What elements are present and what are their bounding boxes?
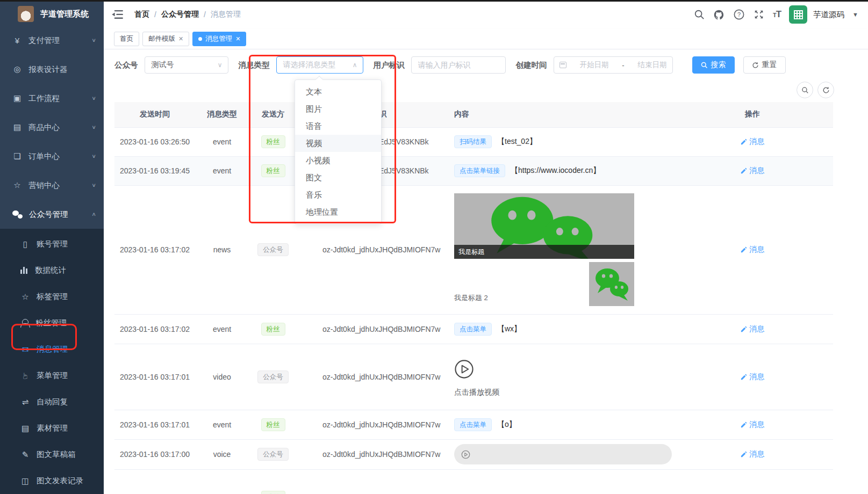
- account-label: 公众号: [114, 60, 138, 70]
- sidebar-item-tag-mgmt[interactable]: ☆ 标签管理: [0, 284, 104, 310]
- avatar[interactable]: [789, 5, 807, 24]
- end-date-placeholder: 结束日期: [637, 60, 666, 70]
- sidebar-item-payment[interactable]: ¥ 支付管理 ∨: [0, 26, 104, 55]
- sender-badge: 粉丝: [261, 135, 285, 148]
- caret-down-icon[interactable]: ▼: [852, 11, 858, 18]
- sidebar-item-material-mgmt[interactable]: ▤ 素材管理: [0, 415, 104, 441]
- sidebar-item-report-designer[interactable]: ◎ 报表设计器: [0, 55, 104, 84]
- start-date-placeholder: 开始日期: [579, 60, 608, 70]
- reset-button[interactable]: 重置: [743, 56, 786, 74]
- github-icon[interactable]: [713, 9, 725, 20]
- option-video[interactable]: 视频: [295, 135, 381, 152]
- edit-icon: [741, 168, 747, 174]
- calendar-icon: [559, 62, 566, 68]
- sidebar-item-marketing-center[interactable]: ☆ 营销中心 ∨: [0, 171, 104, 200]
- option-image[interactable]: 图片: [295, 100, 381, 118]
- message-action-link[interactable]: 消息: [741, 372, 764, 382]
- sidebar-item-auto-reply[interactable]: ⇌ 自动回复: [0, 389, 104, 415]
- toggle-search-button[interactable]: [797, 82, 813, 98]
- top-navbar: 首页 / 公众号管理 / 消息管理 ? TT 芋道源码 ▼: [104, 0, 868, 29]
- breadcrumb: 首页 / 公众号管理 / 消息管理: [134, 10, 241, 19]
- sidebar-item-wechat-mp[interactable]: 公众号管理 ∧: [0, 200, 104, 229]
- option-short-video[interactable]: 小视频: [295, 152, 381, 169]
- breadcrumb-home[interactable]: 首页: [134, 10, 149, 19]
- filter-form: 公众号 测试号 ∨ 消息类型 请选择消息类型 ∧ 用户标识 创建时间 开始日期 …: [114, 56, 786, 74]
- shop-icon: ▤: [12, 122, 22, 132]
- edit-icon: [741, 326, 747, 332]
- audio-play-icon[interactable]: [461, 450, 470, 459]
- option-music[interactable]: 音乐: [295, 186, 381, 204]
- search-icon[interactable]: [693, 9, 705, 20]
- tab-home[interactable]: 首页: [114, 32, 139, 46]
- search-icon: [701, 62, 708, 69]
- close-icon[interactable]: ✕: [235, 35, 240, 42]
- breadcrumb-wechat-mp[interactable]: 公众号管理: [161, 10, 199, 19]
- option-location[interactable]: 地理位置: [295, 204, 381, 221]
- main-area: 首页 / 公众号管理 / 消息管理 ? TT 芋道源码 ▼: [104, 0, 868, 494]
- news-card[interactable]: 我是标题 我是标题 2: [454, 193, 634, 306]
- table-row: 2023-01-16 03:17:00 voice 公众号 oz-Jdt0kd_…: [114, 439, 833, 469]
- account-select[interactable]: 测试号 ∨: [145, 56, 228, 74]
- sidebar-item-publish-record[interactable]: ◫ 图文发表记录: [0, 468, 104, 494]
- edit-icon: [741, 451, 747, 457]
- sidebar-collapse-icon[interactable]: [112, 10, 124, 19]
- col-sender: 发送方: [249, 102, 297, 127]
- wechat-logo-image: [589, 262, 634, 306]
- table-row: 2023-01-16 03:17:02 event 粉丝 oz-Jdt0kd_j…: [114, 314, 833, 344]
- tab-message-mgmt[interactable]: 消息管理 ✕: [192, 32, 246, 46]
- audio-player[interactable]: [454, 444, 672, 464]
- fontsize-icon[interactable]: TT: [773, 9, 781, 20]
- yen-icon: ¥: [12, 36, 22, 45]
- sidebar-item-product-center[interactable]: ▤ 商品中心 ∨: [0, 113, 104, 142]
- help-icon[interactable]: ?: [733, 9, 745, 20]
- sidebar-item-message-mgmt[interactable]: ✉ 消息管理: [0, 336, 104, 362]
- col-content: 内容: [446, 102, 672, 127]
- sidebar-item-draft-box[interactable]: ✎ 图文草稿箱: [0, 441, 104, 468]
- video-hint-text: 点击播放视频: [454, 388, 672, 397]
- option-news[interactable]: 图文: [295, 169, 381, 186]
- sender-badge: 公众号: [257, 370, 289, 383]
- star-icon: ☆: [20, 292, 30, 302]
- sender-badge: 粉丝: [261, 418, 285, 431]
- sidebar-item-fans-mgmt[interactable]: 粉丝管理: [0, 310, 104, 336]
- sidebar-item-account-mgmt[interactable]: ▯ 账号管理: [0, 231, 104, 257]
- star-icon: ☆: [12, 180, 22, 190]
- message-type-label: 消息类型: [239, 60, 270, 70]
- search-button[interactable]: 搜索: [692, 56, 735, 74]
- message-action-link[interactable]: 消息: [741, 166, 764, 176]
- option-voice[interactable]: 语音: [295, 118, 381, 135]
- sidebar-item-workflow[interactable]: ▣ 工作流程 ∨: [0, 84, 104, 113]
- search-icon: [801, 86, 809, 94]
- refresh-icon: [752, 62, 759, 69]
- user-id-label: 用户标识: [374, 60, 405, 70]
- message-action-link[interactable]: 消息: [741, 245, 764, 255]
- app-title: 芋道管理系统: [40, 9, 89, 19]
- sidebar-item-menu-mgmt[interactable]: ☞ 菜单管理: [0, 362, 104, 389]
- username[interactable]: 芋道源码: [813, 10, 844, 20]
- message-action-link[interactable]: 消息: [741, 449, 764, 459]
- chevron-down-icon: ∨: [218, 61, 223, 69]
- tab-mail-template[interactable]: 邮件模版 ✕: [142, 32, 189, 46]
- close-icon[interactable]: ✕: [178, 35, 183, 42]
- news-cover-image: 我是标题: [454, 193, 634, 259]
- user-id-input-wrap: [411, 56, 506, 74]
- refresh-table-button[interactable]: [817, 82, 834, 98]
- sidebar-item-order-center[interactable]: ❏ 订单中心 ∨: [0, 142, 104, 171]
- col-message-type: 消息类型: [195, 102, 249, 127]
- svg-text:?: ?: [737, 11, 741, 18]
- sender-badge: 粉丝: [261, 491, 285, 494]
- message-type-select[interactable]: 请选择消息类型 ∧: [276, 56, 363, 74]
- order-icon: ❏: [12, 151, 22, 161]
- play-video-icon[interactable]: [454, 359, 474, 379]
- fullscreen-icon[interactable]: [753, 9, 765, 20]
- message-action-link[interactable]: 消息: [741, 324, 764, 334]
- date-range-picker[interactable]: 开始日期 - 结束日期: [554, 56, 673, 74]
- message-action-link[interactable]: 消息: [741, 420, 764, 430]
- option-text[interactable]: 文本: [295, 83, 381, 100]
- draft-icon: ✎: [20, 450, 30, 460]
- user-id-input[interactable]: [418, 61, 499, 69]
- message-action-link[interactable]: 消息: [741, 137, 764, 147]
- news-second-item[interactable]: 我是标题 2: [454, 262, 634, 306]
- app-logo[interactable]: 芋道管理系统: [0, 3, 104, 25]
- sidebar-item-data-stats[interactable]: 数据统计: [0, 257, 104, 284]
